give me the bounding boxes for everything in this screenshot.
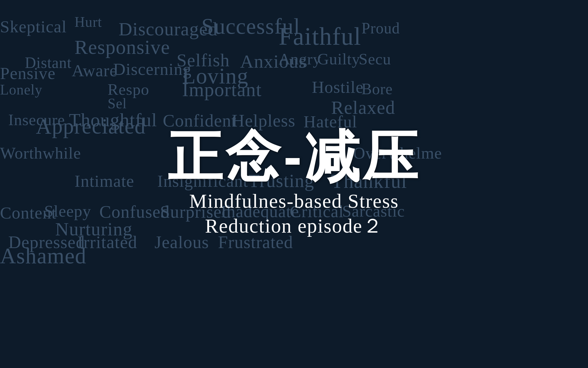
bg-word-angry: Angry	[279, 50, 321, 68]
bg-word-guilty: Guilty	[317, 50, 360, 68]
bg-word-sleepy: Sleepy	[44, 202, 91, 221]
title-chinese: 正念-减压	[147, 129, 441, 184]
bg-word-worthwhile: Worthwhile	[0, 144, 81, 163]
bg-word-aware: Aware	[72, 61, 118, 80]
main-container: 正念-减压 Mindfulnes-based Stress Reduction …	[0, 0, 588, 368]
bg-word-skeptical: Skeptical	[0, 17, 67, 36]
bg-word-pensive: Pensive	[0, 64, 56, 83]
bg-word-bore: Bore	[361, 80, 393, 98]
bg-word-hostile: Hostile	[312, 77, 364, 97]
title-english: Mindfulnes-based Stress Reduction episod…	[147, 190, 441, 239]
bg-word-responsive: Responsive	[75, 36, 170, 59]
bg-word-thoughtful: Thoughtful	[69, 109, 157, 131]
bg-word-hurt: Hurt	[75, 14, 102, 30]
center-content: 正念-减压 Mindfulnes-based Stress Reduction …	[147, 129, 441, 239]
bg-word-secu: Secu	[359, 50, 391, 68]
bg-word-irritated: Irritated	[77, 232, 137, 253]
bg-word-proud: Proud	[361, 19, 400, 37]
bg-word-faithful: Faithful	[279, 22, 361, 51]
bg-word-lonely: Lonely	[0, 82, 42, 98]
bg-word-insecure: Insecure	[8, 111, 65, 129]
bg-word-intimate: Intimate	[75, 171, 134, 191]
bg-word-discerning: Discerning	[113, 59, 191, 79]
bg-word-depressed: Depressed	[8, 232, 85, 253]
bg-word-important: Important	[182, 79, 262, 101]
